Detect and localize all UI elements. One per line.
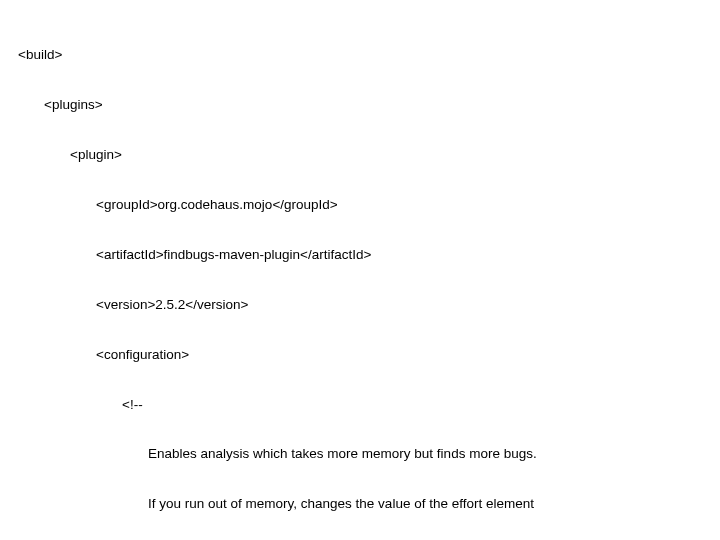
code-line: <configuration> — [18, 343, 720, 368]
code-line: <plugin> — [18, 143, 720, 168]
code-line: <plugins> — [18, 93, 720, 118]
xml-code-block: <build> <plugins> <plugin> <groupId>org.… — [0, 0, 720, 540]
code-line: <version>2.5.2</version> — [18, 293, 720, 318]
code-line: Enables analysis which takes more memory… — [18, 442, 720, 467]
code-line: <build> — [18, 43, 720, 68]
code-line: <!-- — [18, 393, 720, 418]
code-line: <artifactId>findbugs-maven-plugin</artif… — [18, 243, 720, 268]
code-line: <groupId>org.codehaus.mojo</groupId> — [18, 193, 720, 218]
code-line: If you run out of memory, changes the va… — [18, 492, 720, 517]
